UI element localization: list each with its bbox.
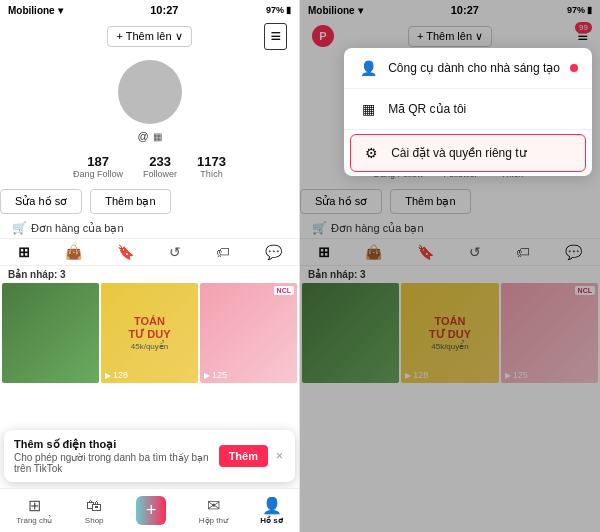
follow-btn-left[interactable]: + Thêm lên ∨: [107, 26, 191, 47]
shop-label-left: Shop: [85, 516, 104, 525]
stats-row-left: 187 Đang Follow 233 Follower 1173 Thích: [0, 150, 299, 183]
video-thumb-2-left[interactable]: TOÁNTƯ DUY 45k/quyển ▶ 128: [101, 283, 198, 383]
username-left: @ ▦: [137, 130, 161, 142]
stat-likes-left: 1173 Thích: [197, 154, 226, 179]
follower-label-left: Follower: [143, 169, 177, 179]
nav-inbox-left[interactable]: ✉ Hộp thư: [199, 496, 228, 525]
time-left: 10:27: [150, 4, 178, 16]
follow-label-left: Đang Follow: [73, 169, 123, 179]
profile-label-left: Hồ sơ: [260, 516, 282, 525]
inbox-icon-left: ✉: [207, 496, 220, 515]
shop-icon-left: 🛍: [86, 497, 102, 515]
play-icon-3-left: ▶: [204, 371, 210, 380]
toast-action-btn-left[interactable]: Thêm: [219, 445, 268, 467]
tab-chat-left[interactable]: 💬: [259, 244, 288, 260]
nav-plus-left[interactable]: +: [136, 496, 167, 525]
inbox-label-left: Hộp thư: [199, 516, 228, 525]
toast-close-left[interactable]: ×: [274, 449, 285, 463]
home-label-left: Trang chủ: [16, 516, 52, 525]
video-thumb-1-left[interactable]: [2, 283, 99, 383]
profile-section-left: @ ▦: [0, 52, 299, 150]
carrier-left: Mobilione ▾: [8, 5, 63, 16]
nav-home-left[interactable]: ⊞ Trang chủ: [16, 496, 52, 525]
battery-text-left: 97%: [266, 5, 284, 15]
stat-follower-left: 233 Follower: [143, 154, 177, 179]
order-text-left: Đơn hàng của bạn: [31, 222, 124, 235]
toast-content-left: Thêm số điện thoại Cho phép người trong …: [14, 438, 213, 474]
status-bar-left: Mobilione ▾ 10:27 97% ▮: [0, 0, 299, 20]
count-2-left: 128: [113, 370, 128, 380]
toast-title-left: Thêm số điện thoại: [14, 438, 213, 451]
book-title-left: TOÁNTƯ DUY: [129, 315, 171, 339]
red-dot-creator: [570, 64, 578, 72]
play-icon-2-left: ▶: [105, 371, 111, 380]
settings-label: Cài đặt và quyền riêng tư: [391, 146, 526, 160]
top-nav-left: + Thêm lên ∨ ≡: [0, 20, 299, 52]
left-panel: Mobilione ▾ 10:27 97% ▮ + Thêm lên ∨ ≡ @…: [0, 0, 300, 532]
ncl-badge-left: NCL: [274, 286, 294, 295]
follow-num-left: 187: [87, 154, 109, 169]
book-price-left: 45k/quyển: [131, 342, 168, 351]
tab-grid-left[interactable]: ⊞: [12, 244, 36, 260]
action-btns-left: Sửa hồ sơ Thêm bạn: [0, 183, 299, 218]
creator-label: Công cụ dành cho nhà sáng tạo: [388, 61, 560, 75]
tab-repost-left[interactable]: ↺: [163, 244, 187, 260]
add-friend-btn-left[interactable]: Thêm bạn: [90, 189, 170, 214]
username-text-left: @: [137, 130, 148, 142]
order-row-left[interactable]: 🛒 Đơn hàng của bạn: [0, 218, 299, 238]
drafts-label-left: Bản nháp: 3: [0, 266, 299, 283]
tab-bookmark-left[interactable]: 🔖: [111, 244, 140, 260]
cart-icon-left: 🛒: [12, 221, 27, 235]
tab-tag-left[interactable]: 🏷: [210, 244, 236, 260]
dropdown-menu: 👤 Công cụ dành cho nhà sáng tạo ▦ Mã QR …: [344, 48, 592, 176]
edit-profile-btn-left[interactable]: Sửa hồ sơ: [0, 189, 82, 214]
play-count-3-left: ▶ 125: [204, 370, 227, 380]
dropdown-item-qr[interactable]: ▦ Mã QR của tôi: [344, 89, 592, 130]
follower-num-left: 233: [149, 154, 171, 169]
settings-icon: ⚙: [361, 145, 381, 161]
toast-popup-left: Thêm số điện thoại Cho phép người trong …: [4, 430, 295, 482]
count-3-left: 125: [212, 370, 227, 380]
profile-icon-left: 👤: [262, 496, 282, 515]
play-count-2-left: ▶ 128: [105, 370, 128, 380]
qr-icon-dropdown: ▦: [358, 101, 378, 117]
video-thumb-3-left[interactable]: NCL ▶ 125: [200, 283, 297, 383]
creator-icon: 👤: [358, 60, 378, 76]
battery-icon-left: ▮: [286, 5, 291, 15]
likes-label-left: Thích: [200, 169, 223, 179]
nav-shop-left[interactable]: 🛍 Shop: [85, 497, 104, 525]
tab-bar-left: ⊞ 👜 🔖 ↺ 🏷 💬: [0, 238, 299, 266]
avatar-left: [118, 60, 182, 124]
battery-left: 97% ▮: [266, 5, 291, 15]
toast-body-left: Cho phép người trong danh ba tìm thấy bạ…: [14, 452, 213, 474]
home-icon-left: ⊞: [28, 496, 41, 515]
nav-profile-left[interactable]: 👤 Hồ sơ: [260, 496, 282, 525]
qr-icon-left[interactable]: ▦: [153, 131, 162, 142]
right-panel: Mobilione ▾ 10:27 97% ▮ P + Thêm lên ∨ ≡…: [300, 0, 600, 532]
qr-label-dropdown: Mã QR của tôi: [388, 102, 466, 116]
dropdown-item-creator[interactable]: 👤 Công cụ dành cho nhà sáng tạo: [344, 48, 592, 89]
tab-bag-left[interactable]: 👜: [59, 244, 88, 260]
stat-follow-left: 187 Đang Follow: [73, 154, 123, 179]
likes-num-left: 1173: [197, 154, 226, 169]
dropdown-item-settings[interactable]: ⚙ Cài đặt và quyền riêng tư: [350, 134, 586, 172]
carrier-text-left: Mobilione: [8, 5, 55, 16]
video-grid-left: TOÁNTƯ DUY 45k/quyển ▶ 128 NCL ▶ 125: [0, 283, 299, 383]
wifi-icon: ▾: [58, 5, 63, 16]
menu-icon-left[interactable]: ≡: [264, 23, 287, 50]
bottom-nav-left: ⊞ Trang chủ 🛍 Shop + ✉ Hộp thư 👤 Hồ sơ: [0, 488, 299, 532]
plus-btn-left[interactable]: +: [136, 496, 167, 525]
